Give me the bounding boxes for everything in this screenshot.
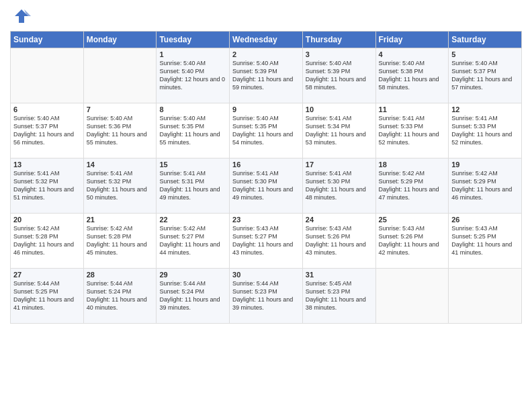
calendar-cell xyxy=(11,48,84,103)
sunset-text: Sunset: 5:29 PM xyxy=(379,177,446,185)
sunrise-text: Sunrise: 5:42 AM xyxy=(159,224,226,232)
cell-content: Sunrise: 5:42 AMSunset: 5:27 PMDaylight:… xyxy=(159,224,226,257)
calendar-cell: 27Sunrise: 5:44 AMSunset: 5:25 PMDayligh… xyxy=(11,269,84,324)
daylight-text: Daylight: 11 hours and 58 minutes. xyxy=(306,75,373,91)
calendar-cell: 20Sunrise: 5:42 AMSunset: 5:28 PMDayligh… xyxy=(11,214,84,269)
daylight-text: Daylight: 11 hours and 41 minutes. xyxy=(451,240,519,257)
day-number: 26 xyxy=(451,216,519,224)
sunrise-text: Sunrise: 5:43 AM xyxy=(232,224,300,232)
cell-content: Sunrise: 5:44 AMSunset: 5:25 PMDaylight:… xyxy=(13,279,81,312)
sunset-text: Sunset: 5:32 PM xyxy=(87,177,154,185)
calendar-cell: 15Sunrise: 5:41 AMSunset: 5:31 PMDayligh… xyxy=(157,158,230,214)
day-number: 2 xyxy=(232,50,300,58)
day-number: 31 xyxy=(306,271,373,279)
cell-content: Sunrise: 5:40 AMSunset: 5:37 PMDaylight:… xyxy=(451,59,519,92)
sunset-text: Sunset: 5:27 PM xyxy=(232,232,300,240)
calendar-cell: 23Sunrise: 5:43 AMSunset: 5:27 PMDayligh… xyxy=(230,214,303,269)
day-number: 30 xyxy=(232,271,300,279)
sunrise-text: Sunrise: 5:40 AM xyxy=(13,114,81,122)
day-number: 17 xyxy=(306,161,373,169)
week-row-5: 27Sunrise: 5:44 AMSunset: 5:25 PMDayligh… xyxy=(11,269,522,324)
calendar-cell: 22Sunrise: 5:42 AMSunset: 5:27 PMDayligh… xyxy=(157,214,230,269)
sunset-text: Sunset: 5:35 PM xyxy=(232,122,300,130)
sunrise-text: Sunrise: 5:44 AM xyxy=(159,279,226,287)
sunset-text: Sunset: 5:25 PM xyxy=(451,232,519,240)
header xyxy=(10,7,522,26)
sunrise-text: Sunrise: 5:43 AM xyxy=(306,224,373,232)
day-number: 3 xyxy=(306,50,373,58)
sunset-text: Sunset: 5:34 PM xyxy=(306,122,373,130)
daylight-text: Daylight: 11 hours and 49 minutes. xyxy=(159,185,226,201)
day-number: 13 xyxy=(13,161,81,169)
daylight-text: Daylight: 11 hours and 55 minutes. xyxy=(87,130,154,146)
day-number: 14 xyxy=(87,161,154,169)
daylight-text: Daylight: 11 hours and 55 minutes. xyxy=(159,130,226,146)
cell-content: Sunrise: 5:40 AMSunset: 5:38 PMDaylight:… xyxy=(379,59,446,92)
calendar-cell: 7Sunrise: 5:40 AMSunset: 5:36 PMDaylight… xyxy=(83,103,157,158)
sunset-text: Sunset: 5:31 PM xyxy=(159,177,226,185)
day-number: 19 xyxy=(451,161,519,169)
calendar-page: SundayMondayTuesdayWednesdayThursdayFrid… xyxy=(0,0,532,411)
logo xyxy=(10,7,31,26)
day-number: 1 xyxy=(159,50,226,58)
sunrise-text: Sunrise: 5:40 AM xyxy=(159,59,226,67)
sunrise-text: Sunrise: 5:44 AM xyxy=(232,279,300,287)
sunrise-text: Sunrise: 5:40 AM xyxy=(232,59,300,67)
cell-content: Sunrise: 5:43 AMSunset: 5:27 PMDaylight:… xyxy=(232,224,300,257)
day-number: 9 xyxy=(232,105,300,113)
logo-text xyxy=(10,7,31,26)
weekday-header-thursday: Thursday xyxy=(302,32,375,48)
cell-content: Sunrise: 5:42 AMSunset: 5:29 PMDaylight:… xyxy=(451,169,519,202)
daylight-text: Daylight: 11 hours and 58 minutes. xyxy=(379,75,446,91)
sunrise-text: Sunrise: 5:41 AM xyxy=(13,169,81,177)
daylight-text: Daylight: 11 hours and 39 minutes. xyxy=(159,295,226,312)
daylight-text: Daylight: 11 hours and 44 minutes. xyxy=(159,240,226,257)
calendar-cell: 28Sunrise: 5:44 AMSunset: 5:24 PMDayligh… xyxy=(83,269,157,324)
calendar-cell: 18Sunrise: 5:42 AMSunset: 5:29 PMDayligh… xyxy=(375,158,449,214)
sunset-text: Sunset: 5:38 PM xyxy=(379,67,446,75)
sunset-text: Sunset: 5:24 PM xyxy=(87,287,154,295)
sunrise-text: Sunrise: 5:41 AM xyxy=(306,114,373,122)
day-number: 6 xyxy=(13,105,81,113)
calendar-cell: 12Sunrise: 5:41 AMSunset: 5:33 PMDayligh… xyxy=(449,103,522,158)
day-number: 10 xyxy=(306,105,373,113)
calendar-cell: 19Sunrise: 5:42 AMSunset: 5:29 PMDayligh… xyxy=(449,158,522,214)
daylight-text: Daylight: 11 hours and 57 minutes. xyxy=(451,75,519,91)
weekday-header-row: SundayMondayTuesdayWednesdayThursdayFrid… xyxy=(11,32,522,48)
daylight-text: Daylight: 11 hours and 46 minutes. xyxy=(13,240,81,257)
day-number: 29 xyxy=(159,271,226,279)
sunrise-text: Sunrise: 5:43 AM xyxy=(451,224,519,232)
daylight-text: Daylight: 11 hours and 39 minutes. xyxy=(232,295,300,312)
cell-content: Sunrise: 5:43 AMSunset: 5:25 PMDaylight:… xyxy=(451,224,519,257)
day-number: 23 xyxy=(232,216,300,224)
daylight-text: Daylight: 12 hours and 0 minutes. xyxy=(159,75,226,91)
calendar-cell: 1Sunrise: 5:40 AMSunset: 5:40 PMDaylight… xyxy=(157,48,230,103)
cell-content: Sunrise: 5:41 AMSunset: 5:32 PMDaylight:… xyxy=(13,169,81,202)
daylight-text: Daylight: 11 hours and 38 minutes. xyxy=(306,295,373,312)
sunrise-text: Sunrise: 5:42 AM xyxy=(87,224,154,232)
calendar-cell: 17Sunrise: 5:41 AMSunset: 5:30 PMDayligh… xyxy=(302,158,375,214)
calendar-cell: 29Sunrise: 5:44 AMSunset: 5:24 PMDayligh… xyxy=(157,269,230,324)
cell-content: Sunrise: 5:43 AMSunset: 5:26 PMDaylight:… xyxy=(306,224,373,257)
daylight-text: Daylight: 11 hours and 40 minutes. xyxy=(87,295,154,312)
sunrise-text: Sunrise: 5:40 AM xyxy=(306,59,373,67)
cell-content: Sunrise: 5:40 AMSunset: 5:39 PMDaylight:… xyxy=(306,59,373,92)
sunset-text: Sunset: 5:28 PM xyxy=(87,232,154,240)
cell-content: Sunrise: 5:44 AMSunset: 5:23 PMDaylight:… xyxy=(232,279,300,312)
cell-content: Sunrise: 5:41 AMSunset: 5:33 PMDaylight:… xyxy=(451,114,519,147)
weekday-header-tuesday: Tuesday xyxy=(157,32,230,48)
calendar-cell: 3Sunrise: 5:40 AMSunset: 5:39 PMDaylight… xyxy=(302,48,375,103)
week-row-1: 1Sunrise: 5:40 AMSunset: 5:40 PMDaylight… xyxy=(11,48,522,103)
day-number: 22 xyxy=(159,216,226,224)
sunset-text: Sunset: 5:27 PM xyxy=(159,232,226,240)
sunrise-text: Sunrise: 5:40 AM xyxy=(87,114,154,122)
cell-content: Sunrise: 5:45 AMSunset: 5:23 PMDaylight:… xyxy=(306,279,373,312)
cell-content: Sunrise: 5:43 AMSunset: 5:26 PMDaylight:… xyxy=(379,224,446,257)
day-number: 5 xyxy=(451,50,519,58)
cell-content: Sunrise: 5:42 AMSunset: 5:28 PMDaylight:… xyxy=(13,224,81,257)
cell-content: Sunrise: 5:42 AMSunset: 5:28 PMDaylight:… xyxy=(87,224,154,257)
sunrise-text: Sunrise: 5:43 AM xyxy=(379,224,446,232)
sunset-text: Sunset: 5:40 PM xyxy=(159,67,226,75)
cell-content: Sunrise: 5:42 AMSunset: 5:29 PMDaylight:… xyxy=(379,169,446,202)
sunrise-text: Sunrise: 5:42 AM xyxy=(379,169,446,177)
